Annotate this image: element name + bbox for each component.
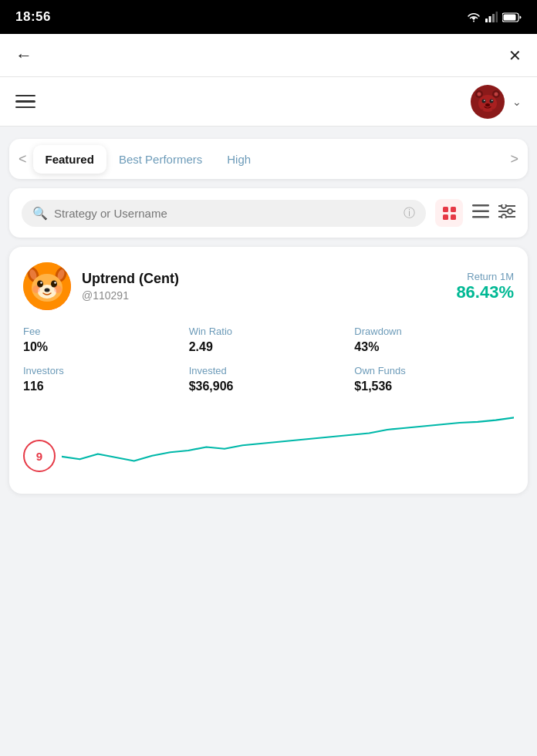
svg-rect-2: [492, 14, 495, 22]
status-bar: 18:56: [0, 0, 537, 34]
search-container: 🔍 ⓘ: [9, 188, 528, 238]
svg-rect-19: [472, 216, 489, 218]
stat-investors-label: Investors: [23, 365, 183, 376]
chevron-down-icon[interactable]: ⌄: [512, 96, 522, 108]
search-icon: 🔍: [32, 206, 48, 221]
svg-point-25: [502, 214, 506, 218]
status-icons: [467, 12, 522, 22]
stat-win-ratio-label: Win Ratio: [189, 326, 349, 337]
svg-point-10: [495, 92, 498, 96]
tab-prev-button[interactable]: <: [12, 151, 33, 167]
header-right: ⌄: [471, 85, 522, 119]
stat-invested-value: $36,906: [189, 380, 349, 393]
svg-point-35: [40, 282, 42, 283]
card-title-block: Uptrend (Cent) @110291: [82, 271, 179, 302]
battery-icon: [502, 12, 522, 22]
svg-point-37: [45, 289, 50, 292]
svg-point-16: [485, 103, 490, 106]
avatar[interactable]: [471, 85, 505, 119]
stat-drawdown: Drawdown 43%: [354, 326, 514, 354]
search-input[interactable]: [54, 207, 397, 220]
stat-drawdown-label: Drawdown: [354, 326, 514, 337]
stat-fee: Fee 10%: [23, 326, 183, 354]
chart-badge: 9: [23, 440, 56, 472]
nav-bar: ← ✕: [0, 34, 537, 77]
return-value: 86.43%: [456, 282, 514, 302]
svg-rect-1: [489, 16, 491, 22]
svg-point-38: [32, 285, 40, 293]
grid-dots-icon: [443, 207, 456, 220]
stat-fee-value: 10%: [23, 340, 183, 354]
tab-best-performers[interactable]: Best Performers: [106, 145, 214, 174]
strategy-avatar: [23, 262, 71, 310]
svg-point-12: [482, 99, 486, 103]
hamburger-menu[interactable]: [15, 95, 35, 109]
stat-fee-label: Fee: [23, 326, 183, 337]
stat-investors: Investors 116: [23, 365, 183, 393]
chart-svg: [62, 409, 514, 478]
svg-point-24: [508, 209, 512, 214]
stat-own-funds-value: $1,536: [354, 380, 514, 393]
svg-point-39: [54, 285, 62, 293]
back-button[interactable]: ←: [15, 46, 32, 66]
return-block: Return 1M 86.43%: [456, 271, 514, 302]
strategy-name: Uptrend (Cent): [82, 271, 179, 287]
status-time: 18:56: [15, 9, 51, 25]
card-header: Uptrend (Cent) @110291 Return 1M 86.43%: [23, 262, 514, 310]
main-content: < Featured Best Performers High > 🔍 ⓘ: [0, 127, 537, 506]
wifi-icon: [467, 12, 481, 22]
svg-point-36: [54, 282, 56, 283]
stat-win-ratio-value: 2.49: [189, 340, 349, 354]
stats-grid: Fee 10% Win Ratio 2.49 Drawdown 43% Inve…: [23, 326, 514, 393]
chart-area: 9: [23, 409, 514, 478]
stat-investors-value: 116: [23, 380, 183, 393]
svg-point-13: [490, 99, 494, 103]
svg-rect-17: [472, 204, 489, 207]
strategy-card[interactable]: Uptrend (Cent) @110291 Return 1M 86.43% …: [9, 247, 528, 494]
close-button[interactable]: ✕: [508, 46, 522, 65]
tab-featured[interactable]: Featured: [33, 145, 106, 174]
return-label: Return 1M: [456, 271, 514, 282]
stat-drawdown-value: 43%: [354, 340, 514, 354]
tab-next-button[interactable]: >: [504, 151, 525, 167]
search-input-wrap: 🔍 ⓘ: [22, 200, 426, 227]
svg-rect-3: [496, 12, 498, 22]
svg-point-15: [491, 100, 493, 101]
svg-point-14: [484, 100, 485, 101]
filter-button[interactable]: [498, 204, 515, 222]
grid-view-button[interactable]: [435, 199, 463, 227]
tabs-container: < Featured Best Performers High >: [9, 139, 528, 179]
header: ⌄: [0, 77, 537, 127]
svg-rect-5: [504, 14, 516, 20]
info-icon[interactable]: ⓘ: [404, 206, 415, 221]
stat-own-funds: Own Funds $1,536: [354, 365, 514, 393]
stat-win-ratio: Win Ratio 2.49: [189, 326, 349, 354]
stat-invested: Invested $36,906: [189, 365, 349, 393]
svg-point-23: [502, 204, 506, 208]
svg-rect-18: [472, 210, 489, 212]
strategy-username: @110291: [82, 289, 179, 302]
card-identity: Uptrend (Cent) @110291: [23, 262, 179, 310]
stat-invested-label: Invested: [189, 365, 349, 376]
svg-rect-0: [485, 19, 488, 22]
list-view-button[interactable]: [472, 204, 489, 222]
signal-icon: [485, 12, 498, 22]
tab-high[interactable]: High: [214, 145, 263, 174]
svg-point-9: [478, 92, 481, 96]
stat-own-funds-label: Own Funds: [354, 365, 514, 376]
